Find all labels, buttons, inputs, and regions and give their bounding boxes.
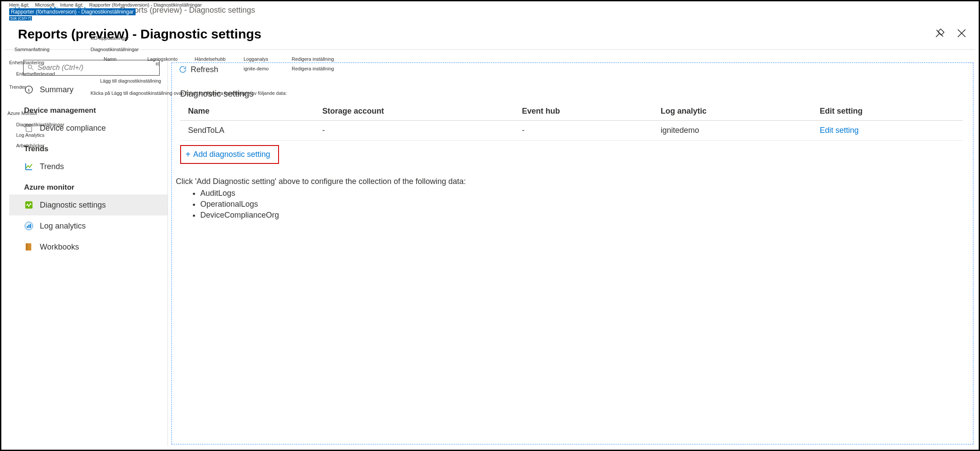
page-title: Reports (preview) - Diagnostic settings (18, 27, 262, 42)
svg-rect-4 (25, 201, 33, 209)
cell-storage: - (314, 121, 514, 141)
col-name: Name (180, 102, 314, 121)
cell-eventhub: - (514, 121, 653, 141)
main-content: Refresh Diagnostic settings Name Storage… (167, 58, 975, 446)
sidebar: Summary Device management Device complia… (9, 58, 167, 446)
col-loganalytic: Log analytic (653, 102, 812, 121)
edit-setting-link[interactable]: Edit setting (820, 126, 858, 135)
sidebar-item-label: Diagnostic settings (40, 201, 106, 210)
sidebar-item-label: Log analytics (40, 222, 86, 231)
col-edit: Edit setting (812, 102, 963, 121)
divider (5, 49, 975, 50)
search-input[interactable] (37, 63, 156, 72)
sidebar-item-diagnostic-settings[interactable]: Diagnostic settings (9, 194, 167, 215)
plus-icon: + (185, 149, 191, 160)
pin-icon[interactable] (934, 28, 945, 40)
refresh-button[interactable]: Refresh (178, 65, 218, 74)
sidebar-item-log-analytics[interactable]: Log analytics (9, 215, 167, 236)
add-diagnostic-setting-button[interactable]: + Add diagnostic setting (180, 145, 279, 164)
cell-loganalytic: ignitedemo (653, 121, 812, 141)
col-eventhub: Event hub (514, 102, 653, 121)
workbooks-icon (24, 242, 34, 252)
section-title: Diagnostic settings (168, 81, 975, 102)
svg-rect-7 (28, 225, 29, 228)
legacy-overlay: Hem &gt; Microsoft Intune &gt; Rapporter… (9, 2, 206, 21)
col-storage: Storage account (314, 102, 514, 121)
close-icon[interactable] (956, 28, 967, 40)
list-item: AuditLogs (200, 189, 975, 198)
instruction-text: Click 'Add Diagnostic setting' above to … (176, 177, 975, 186)
diagnostic-table: Name Storage account Event hub Log analy… (180, 102, 963, 141)
svg-rect-10 (27, 243, 28, 251)
svg-rect-8 (30, 224, 31, 228)
log-analytics-icon (24, 221, 34, 231)
sidebar-item-trends[interactable]: Trends (9, 156, 167, 177)
collapse-sidebar-icon[interactable]: « (155, 59, 160, 68)
sidebar-item-label: Workbooks (40, 243, 79, 252)
svg-rect-6 (27, 226, 28, 228)
refresh-icon (178, 65, 187, 74)
sidebar-item-label: Trends (40, 162, 64, 171)
trends-icon (24, 162, 34, 171)
sidebar-item-label: Summary (40, 85, 73, 94)
data-type-list: AuditLogs OperationalLogs DeviceComplian… (183, 189, 975, 220)
cell-name: SendToLA (180, 121, 314, 141)
list-item: OperationalLogs (200, 200, 975, 209)
table-row: SendToLA - - ignitedemo Edit setting (180, 121, 963, 141)
diagnostic-icon (24, 200, 34, 210)
sidebar-item-workbooks[interactable]: Workbooks (9, 236, 167, 257)
sidebar-group-azure-monitor: Azure monitor (9, 177, 167, 194)
svg-point-0 (28, 65, 32, 68)
toolbar: Refresh (168, 58, 975, 81)
list-item: DeviceComplianceOrg (200, 211, 975, 220)
